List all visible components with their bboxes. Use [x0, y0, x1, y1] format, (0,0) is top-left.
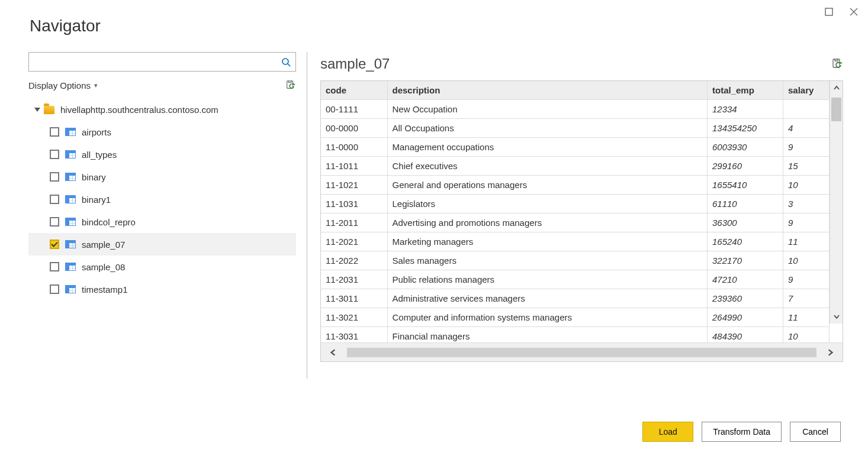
- tree-item-label: binary1: [82, 195, 111, 205]
- cell-salary: 9: [783, 214, 830, 232]
- search-icon[interactable]: [277, 57, 295, 67]
- panel-divider: [307, 52, 307, 379]
- column-header-code[interactable]: code: [321, 81, 387, 100]
- cell-code: 11-1021: [321, 176, 387, 195]
- svg-line-2: [288, 64, 290, 66]
- cell-description: Marketing managers: [387, 232, 708, 251]
- table-row[interactable]: 11-1021General and operations managers16…: [321, 176, 830, 195]
- tree-root-label: hivellaphttp.southcentralus.contoso.com: [60, 105, 218, 115]
- tree-item-all-types[interactable]: all_types: [28, 143, 296, 166]
- table-row[interactable]: 11-3011Administrative services managers2…: [321, 289, 830, 308]
- column-header-description[interactable]: description: [387, 81, 708, 100]
- cell-total_emp: 6003930: [708, 138, 783, 157]
- tree-item-binary[interactable]: binary: [28, 166, 296, 188]
- display-options-dropdown[interactable]: Display Options ▾: [28, 80, 296, 90]
- cell-total_emp: 165240: [708, 232, 783, 251]
- tree-item-timestamp1[interactable]: timestamp1: [28, 278, 296, 300]
- table-row[interactable]: 11-3021Computer and information systems …: [321, 308, 830, 327]
- cell-code: 11-3011: [321, 289, 387, 308]
- cell-description: Management occupations: [387, 138, 708, 157]
- chevron-down-icon: ▾: [94, 82, 98, 89]
- table-row[interactable]: 00-1111New Occupation12334: [321, 100, 830, 119]
- column-header-salary[interactable]: salary: [783, 81, 830, 100]
- collapse-icon[interactable]: [34, 108, 40, 112]
- table-row[interactable]: 11-3031Financial managers48439010: [321, 327, 830, 343]
- tree-item-sample-08[interactable]: sample_08: [28, 256, 296, 278]
- cancel-button[interactable]: Cancel: [790, 422, 841, 442]
- table-row[interactable]: 11-0000Management occupations60039309: [321, 138, 830, 157]
- tree-item-checkbox[interactable]: [50, 284, 59, 294]
- tree-item-airports[interactable]: airports: [28, 121, 296, 143]
- cell-salary: 9: [783, 138, 830, 157]
- refresh-preview-icon[interactable]: [831, 58, 843, 70]
- table-icon: [65, 128, 76, 136]
- tree-item-checkbox[interactable]: [50, 195, 59, 204]
- scroll-down-icon[interactable]: [830, 309, 843, 324]
- cell-salary: 10: [783, 176, 830, 195]
- scroll-track[interactable]: [347, 348, 816, 357]
- cell-description: New Occupation: [387, 100, 708, 119]
- display-options-label: Display Options: [28, 80, 91, 90]
- cell-salary: 10: [783, 327, 830, 343]
- cell-code: 11-2022: [321, 251, 387, 270]
- table-row[interactable]: 11-1031Legislators611103: [321, 195, 830, 214]
- tree-item-binary1[interactable]: binary1: [28, 188, 296, 211]
- tree-item-checkbox[interactable]: [50, 240, 59, 249]
- tree-item-label: all_types: [82, 150, 117, 160]
- table-icon: [65, 263, 76, 271]
- refresh-tree-icon[interactable]: [285, 80, 296, 90]
- table-row[interactable]: 11-2021Marketing managers16524011: [321, 232, 830, 251]
- scroll-up-icon[interactable]: [830, 81, 843, 95]
- cell-code: 11-1031: [321, 195, 387, 214]
- table-row[interactable]: 11-1011Chief executives29916015: [321, 157, 830, 176]
- cell-description: Computer and information systems manager…: [387, 308, 708, 327]
- tree-item-checkbox[interactable]: [50, 127, 59, 137]
- tree-item-label: timestamp1: [82, 284, 128, 295]
- folder-icon: [44, 106, 54, 114]
- scroll-left-icon[interactable]: [321, 343, 346, 362]
- table-icon: [65, 195, 76, 203]
- cell-code: 11-3031: [321, 327, 387, 343]
- cell-total_emp: 134354250: [708, 119, 783, 138]
- tree-item-sample-07[interactable]: sample_07: [28, 233, 296, 256]
- column-header-total_emp[interactable]: total_emp: [708, 81, 783, 100]
- window-maximize-icon[interactable]: [823, 6, 835, 18]
- tree-item-label: sample_07: [82, 240, 125, 250]
- tree-item-checkbox[interactable]: [50, 172, 59, 182]
- search-input[interactable]: [29, 55, 277, 69]
- vertical-scrollbar[interactable]: [830, 81, 843, 324]
- table-row[interactable]: 11-2011Advertising and promotions manage…: [321, 214, 830, 232]
- table-icon: [65, 173, 76, 181]
- load-button[interactable]: Load: [642, 422, 693, 442]
- dialog-title: Navigator: [0, 0, 868, 35]
- cell-code: 11-2021: [321, 232, 387, 251]
- preview-panel: sample_07 codedescri: [320, 52, 843, 379]
- cell-salary: 9: [783, 270, 830, 289]
- table-icon: [65, 285, 76, 293]
- preview-title: sample_07: [320, 56, 390, 72]
- table-icon: [65, 218, 76, 226]
- cell-description: Sales managers: [387, 251, 708, 270]
- scroll-right-icon[interactable]: [818, 343, 843, 362]
- cell-code: 00-1111: [321, 100, 387, 119]
- table-row[interactable]: 11-2031Public relations managers472109: [321, 270, 830, 289]
- cell-code: 11-1011: [321, 157, 387, 176]
- tree-item-checkbox[interactable]: [50, 217, 59, 227]
- svg-rect-0: [825, 8, 832, 15]
- cell-description: Public relations managers: [387, 270, 708, 289]
- cell-description: General and operations managers: [387, 176, 708, 195]
- tree-item-checkbox[interactable]: [50, 150, 59, 159]
- tree-root[interactable]: hivellaphttp.southcentralus.contoso.com: [28, 101, 296, 118]
- scroll-thumb[interactable]: [831, 98, 841, 121]
- horizontal-scrollbar[interactable]: [321, 342, 843, 361]
- navigator-tree-panel: Display Options ▾ hivellaphttp.southcent…: [28, 52, 296, 379]
- tree-item-bindcol-repro[interactable]: bindcol_repro: [28, 211, 296, 233]
- tree-item-checkbox[interactable]: [50, 262, 59, 271]
- table-row[interactable]: 00-0000All Occupations1343542504: [321, 119, 830, 138]
- table-row[interactable]: 11-2022Sales managers32217010: [321, 251, 830, 270]
- cell-description: Administrative services managers: [387, 289, 708, 308]
- window-close-icon[interactable]: [848, 6, 860, 18]
- transform-data-button[interactable]: Transform Data: [702, 422, 782, 442]
- tree-item-label: binary: [82, 172, 106, 182]
- cell-total_emp: 322170: [708, 251, 783, 270]
